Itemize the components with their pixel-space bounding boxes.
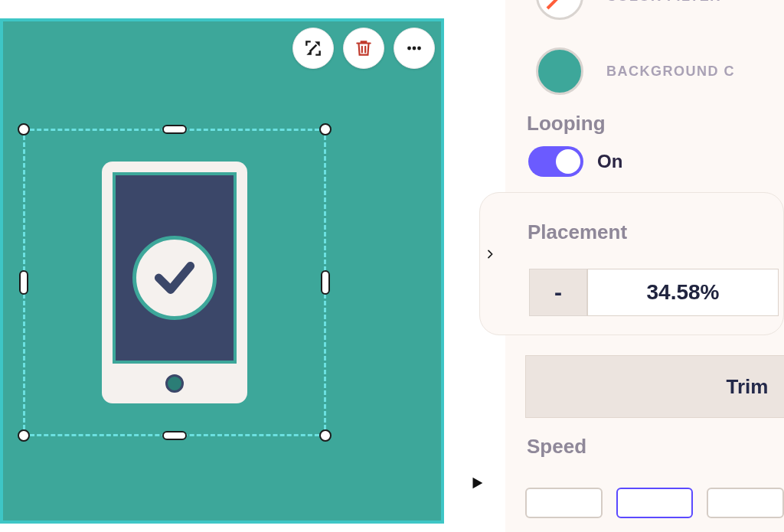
resize-handle-nw[interactable] — [18, 123, 30, 135]
selected-clip-graphic — [102, 162, 247, 403]
svg-point-2 — [417, 47, 421, 51]
minus-icon: - — [554, 279, 562, 305]
color-filter-label: COLOR FILTER — [606, 0, 721, 5]
looping-toggle[interactable] — [528, 146, 583, 177]
background-color-row: BACKGROUND C — [505, 47, 784, 95]
phone-home-button-icon — [165, 374, 184, 393]
trim-button[interactable]: Trim — [525, 355, 784, 418]
looping-state-label: On — [597, 151, 622, 172]
checkmark-icon — [151, 254, 198, 302]
color-filter-swatch[interactable] — [536, 0, 583, 20]
resize-handle-w[interactable] — [19, 270, 28, 295]
canvas-action-buttons — [292, 28, 435, 69]
replace-icon — [303, 38, 323, 58]
more-options-button[interactable] — [394, 28, 435, 69]
speed-options — [525, 488, 784, 518]
resize-handle-ne[interactable] — [319, 123, 332, 135]
more-horizontal-icon — [404, 38, 424, 58]
trim-button-label: Trim — [727, 375, 769, 399]
svg-point-0 — [407, 47, 411, 51]
no-color-icon — [538, 0, 581, 18]
looping-section-label: Looping — [505, 95, 784, 146]
placement-value-input[interactable] — [587, 269, 779, 316]
speed-option-2[interactable] — [616, 488, 694, 518]
play-icon — [469, 475, 485, 491]
resize-handle-se[interactable] — [319, 429, 332, 442]
svg-point-1 — [413, 47, 416, 51]
check-badge — [132, 236, 217, 320]
speed-section-label: Speed — [505, 418, 784, 469]
resize-handle-s[interactable] — [162, 431, 187, 440]
properties-panel: COLOR FILTER BACKGROUND C Looping On Pla… — [505, 0, 784, 532]
background-color-swatch[interactable] — [536, 47, 583, 95]
canvas-stage — [0, 18, 444, 524]
panel-drawer-handle[interactable] — [479, 240, 501, 268]
speed-option-3[interactable] — [707, 488, 784, 518]
speed-option-1[interactable] — [525, 488, 603, 518]
chevron-right-icon — [484, 248, 496, 260]
delete-button[interactable] — [343, 28, 384, 69]
color-filter-row: COLOR FILTER — [505, 0, 784, 20]
selection-bounding-box[interactable] — [23, 129, 326, 436]
placement-card: Placement - — [479, 192, 784, 335]
resize-handle-sw[interactable] — [18, 429, 30, 442]
trash-icon — [354, 38, 374, 58]
toggle-knob — [556, 149, 580, 174]
placement-decrement-button[interactable]: - — [529, 269, 587, 316]
background-color-label: BACKGROUND C — [606, 64, 735, 80]
placement-section-label: Placement — [480, 204, 783, 255]
svg-line-3 — [547, 0, 572, 8]
replace-button[interactable] — [292, 28, 334, 69]
resize-handle-n[interactable] — [162, 125, 187, 134]
timeline-play-marker — [469, 475, 485, 494]
resize-handle-e[interactable] — [321, 270, 330, 295]
